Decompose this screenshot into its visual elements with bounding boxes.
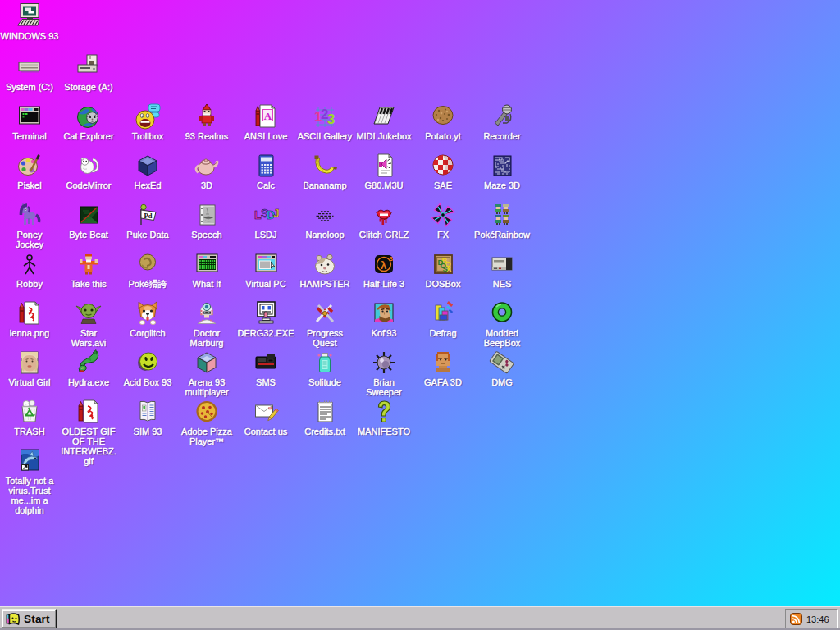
svg-text:S: S (443, 264, 448, 273)
svg-text:3: 3 (327, 112, 335, 127)
svg-text:3: 3 (390, 255, 394, 262)
svg-text:Pd: Pd (144, 212, 153, 220)
svg-text:A: A (264, 110, 272, 122)
svg-text:λ: λ (381, 259, 387, 272)
svg-text:J: J (273, 207, 279, 220)
